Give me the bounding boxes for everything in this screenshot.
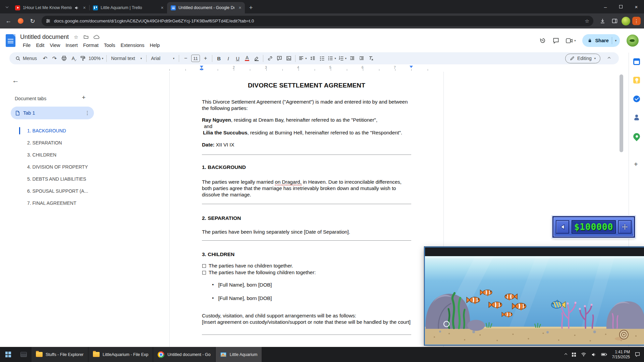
menu-file[interactable]: File <box>20 42 33 49</box>
insert-image-icon[interactable] <box>284 54 293 63</box>
get-add-ons-icon[interactable]: + <box>634 161 638 168</box>
address-bar[interactable]: ☆ <box>42 16 593 26</box>
bookmark-star-icon[interactable]: ☆ <box>585 18 589 24</box>
contacts-icon[interactable] <box>633 114 640 121</box>
window-minimize-button[interactable]: – <box>598 0 613 13</box>
checkbox[interactable] <box>202 271 206 275</box>
add-tab-button[interactable]: + <box>82 94 86 101</box>
reload-button[interactable]: ↻ <box>28 16 38 26</box>
increase-indent-icon[interactable] <box>357 54 366 63</box>
share-dropdown-icon[interactable]: ▾ <box>615 39 616 42</box>
move-folder-icon[interactable] <box>84 35 89 39</box>
site-settings-icon[interactable] <box>46 18 51 23</box>
tab-1-item[interactable]: Tab 1 ⋮ <box>11 107 94 119</box>
money-move-button[interactable] <box>618 220 632 234</box>
tasks-icon[interactable] <box>633 96 640 102</box>
line-spacing-icon[interactable] <box>308 54 317 63</box>
window-maximize-button[interactable] <box>613 0 629 13</box>
little-aquarium-window[interactable] <box>424 247 644 345</box>
browser-profile-avatar[interactable] <box>622 17 630 25</box>
task-view-button[interactable] <box>16 347 31 362</box>
left-margin-marker[interactable] <box>200 66 203 68</box>
tab-options-icon[interactable]: ⋮ <box>85 110 90 116</box>
collapse-sidebar-icon[interactable]: ← <box>12 76 19 84</box>
highlight-color-icon[interactable] <box>252 54 261 63</box>
checklist-icon[interactable] <box>317 54 326 63</box>
clear-formatting-icon[interactable] <box>367 54 376 63</box>
bold-button[interactable]: B <box>214 54 223 63</box>
account-avatar[interactable] <box>627 35 639 47</box>
decrease-indent-icon[interactable] <box>348 54 357 63</box>
print-icon[interactable] <box>59 54 68 63</box>
zoom-select[interactable]: 100%▾ <box>88 54 104 63</box>
taskbar-item-chrome[interactable]: Untitled document - Go <box>153 347 215 362</box>
share-button[interactable]: Share ▾ <box>582 34 620 47</box>
menu-view[interactable]: View <box>47 42 63 49</box>
outline-item-children[interactable]: 3. CHILDREN <box>0 149 169 161</box>
browser-menu-icon[interactable]: ⋮ <box>632 17 641 25</box>
cloud-status-icon[interactable] <box>94 35 99 39</box>
tab-close-icon[interactable]: × <box>82 5 87 11</box>
money-left-arrow-button[interactable] <box>556 220 569 234</box>
taskbar-item-stuffs-explorer[interactable]: Stuffs - File Explorer <box>32 347 88 362</box>
left-indent-marker[interactable] <box>200 69 203 70</box>
font-size-input[interactable]: 11 <box>191 55 200 62</box>
document-scrollbar[interactable] <box>620 74 623 152</box>
document-name[interactable]: Untitled document <box>20 34 69 41</box>
taskbar-item-little-aquarium[interactable]: Little Aquarium <box>216 347 262 362</box>
menu-edit[interactable]: Edit <box>33 42 47 49</box>
menu-help[interactable]: Help <box>147 42 163 49</box>
underline-button[interactable]: U <box>233 54 242 63</box>
taskbar-item-littleaquarium-explorer[interactable]: LittleAquarium - File Exp <box>89 347 153 362</box>
comments-icon[interactable] <box>553 38 559 44</box>
editing-mode-button[interactable]: Editing ▾ <box>565 54 600 63</box>
new-tab-button[interactable]: + <box>246 3 256 12</box>
star-document-icon[interactable]: ☆ <box>74 34 78 40</box>
address-bar-input[interactable] <box>54 18 582 23</box>
redo-button[interactable]: ↷ <box>50 54 59 63</box>
checkbox[interactable] <box>202 264 206 268</box>
spellcheck-icon[interactable]: A✓ <box>69 54 78 63</box>
decrease-font-size-button[interactable]: − <box>181 54 190 63</box>
right-margin-marker[interactable] <box>410 66 413 68</box>
start-button[interactable] <box>0 347 16 362</box>
paragraph-style-select[interactable]: Normal text▾ <box>109 54 144 63</box>
side-panel-icon[interactable] <box>609 16 620 26</box>
outline-item-division-of-property[interactable]: 4. DIVISION OF PROPERTY <box>0 161 169 173</box>
outline-item-separation[interactable]: 2. SEPARATION <box>0 137 169 149</box>
outline-item-final-agreement[interactable]: 7. FINAL AGREEMENT <box>0 197 169 209</box>
outline-item-debts-and-liabilities[interactable]: 5. DEBTS AND LIABILITIES <box>0 173 169 185</box>
add-comment-icon[interactable] <box>275 54 284 63</box>
extension-icon[interactable] <box>15 16 25 26</box>
document-page[interactable]: DIVORCE SETTLEMENT AGREEMENT This Divorc… <box>169 72 444 347</box>
outline-item-background[interactable]: 1. BACKGROUND <box>0 125 169 137</box>
ruler[interactable]: 1 2 3 4 5 6 7 <box>169 65 444 72</box>
tab-close-icon[interactable]: × <box>237 5 243 11</box>
tab-audio-icon[interactable] <box>74 6 79 10</box>
wifi-icon[interactable] <box>581 352 586 357</box>
insert-link-icon[interactable] <box>265 54 274 63</box>
battery-icon[interactable] <box>601 353 607 356</box>
bulleted-list-icon[interactable]: ▾ <box>327 54 337 63</box>
calendar-icon[interactable] <box>633 58 640 65</box>
undo-button[interactable]: ↶ <box>41 54 50 63</box>
menu-format[interactable]: Format <box>80 42 101 49</box>
menu-tools[interactable]: Tools <box>101 42 118 49</box>
tray-expand-icon[interactable] <box>565 354 567 356</box>
tab-search-icon[interactable] <box>3 2 11 11</box>
tray-hidden-apps-icon[interactable] <box>572 353 576 357</box>
window-close-button[interactable]: × <box>629 0 644 13</box>
outline-item-spousal-support[interactable]: 6. SPOUSAL SUPPORT (A... <box>0 185 169 197</box>
keep-icon[interactable] <box>633 77 640 83</box>
menu-extensions[interactable]: Extensions <box>118 42 147 49</box>
align-icon[interactable]: ▾ <box>298 54 308 63</box>
action-center-icon[interactable] <box>635 352 640 357</box>
back-button[interactable]: ← <box>3 16 13 26</box>
taskbar-clock[interactable]: 1:41 PM 7/15/2025 <box>612 350 630 360</box>
meet-button[interactable]: ▾ <box>566 38 576 43</box>
maps-icon[interactable] <box>632 132 641 141</box>
aquarium-titlebar[interactable] <box>425 247 644 256</box>
version-history-icon[interactable] <box>539 37 546 44</box>
browser-tab-youtube[interactable]: 1Hour Let Me Know Remix × <box>11 2 89 13</box>
browser-tab-trello[interactable]: Little Aquarium | Trello × <box>89 2 167 13</box>
